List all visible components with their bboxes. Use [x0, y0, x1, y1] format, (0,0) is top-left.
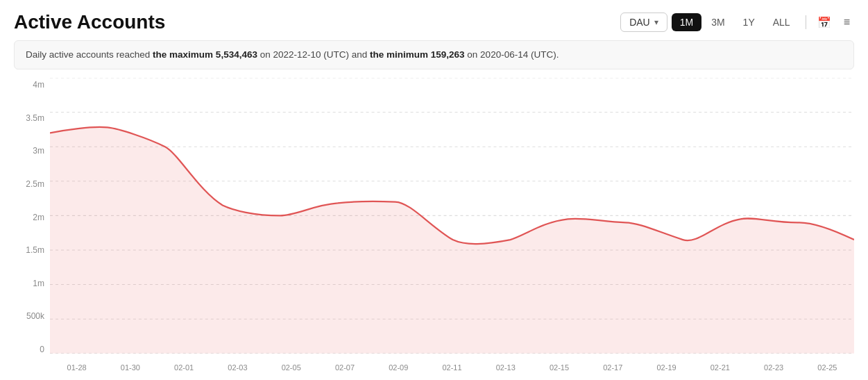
- x-label-0203: 02-03: [211, 363, 264, 372]
- y-label-500k: 500k: [14, 312, 50, 320]
- time-buttons: 1M 3M 1Y ALL: [672, 13, 799, 31]
- y-label-3m: 3m: [14, 147, 50, 155]
- chart-svg: [50, 78, 854, 354]
- x-label-0219: 02-19: [640, 363, 693, 372]
- x-label-0223: 02-23: [747, 363, 800, 372]
- time-btn-3m[interactable]: 3M: [703, 13, 733, 31]
- x-label-0201: 02-01: [158, 363, 211, 372]
- chevron-down-icon: ▾: [654, 17, 658, 27]
- x-label-0130: 01-30: [103, 363, 157, 372]
- vertical-divider: [806, 15, 806, 29]
- summary-text-mid: on 2022-12-10 (UTC) and: [257, 49, 370, 60]
- page-title: Active Accounts: [14, 11, 165, 33]
- y-axis: 0 500k 1m 1.5m 2m 2.5m 3m 3.5m 4m: [14, 78, 50, 373]
- time-btn-all[interactable]: ALL: [765, 13, 799, 31]
- header: Active Accounts DAU ▾ 1M 3M 1Y ALL 📅 ≡: [14, 11, 854, 33]
- menu-icon-button[interactable]: ≡: [840, 13, 854, 31]
- summary-text-after: on 2020-06-14 (UTC).: [465, 49, 559, 60]
- x-label-0128: 01-28: [50, 363, 103, 372]
- summary-max: the maximum 5,534,463: [153, 49, 257, 60]
- dau-label: DAU: [629, 17, 650, 28]
- x-label-0213: 02-13: [479, 363, 532, 372]
- x-label-0205: 02-05: [264, 363, 318, 372]
- summary-text-before: Daily active accounts reached: [26, 49, 153, 60]
- menu-icon: ≡: [844, 16, 850, 28]
- calendar-icon-button[interactable]: 📅: [813, 13, 835, 32]
- x-label-0211: 02-11: [425, 363, 479, 372]
- x-label-0215: 02-15: [532, 363, 586, 372]
- main-container: Active Accounts DAU ▾ 1M 3M 1Y ALL 📅 ≡ D…: [0, 0, 868, 380]
- x-label-0217: 02-17: [586, 363, 640, 372]
- y-label-2m: 2m: [14, 213, 50, 222]
- x-axis: 01-28 01-30 02-01 02-03 02-05 02-07 02-0…: [50, 354, 854, 373]
- summary-min: the minimum 159,263: [370, 49, 465, 60]
- y-label-3_5m: 3.5m: [14, 114, 50, 122]
- chart-inner: 01-28 01-30 02-01 02-03 02-05 02-07 02-0…: [50, 78, 854, 373]
- y-label-1_5m: 1.5m: [14, 246, 50, 254]
- time-btn-1m[interactable]: 1M: [672, 13, 701, 31]
- calendar-icon: 📅: [817, 17, 831, 28]
- time-btn-1y[interactable]: 1Y: [735, 13, 763, 31]
- y-label-2_5m: 2.5m: [14, 180, 50, 188]
- chart-plot: [50, 78, 854, 354]
- controls: DAU ▾ 1M 3M 1Y ALL 📅 ≡: [620, 13, 854, 32]
- dau-dropdown[interactable]: DAU ▾: [620, 13, 667, 32]
- x-label-0221: 02-21: [693, 363, 747, 372]
- y-label-0: 0: [14, 345, 50, 354]
- chart-area: 0 500k 1m 1.5m 2m 2.5m 3m 3.5m 4m: [14, 78, 854, 373]
- x-label-0225: 02-25: [801, 363, 854, 372]
- x-label-0207: 02-07: [318, 363, 371, 372]
- summary-bar: Daily active accounts reached the maximu…: [14, 40, 854, 69]
- x-label-0209: 02-09: [372, 363, 425, 372]
- y-label-1m: 1m: [14, 279, 50, 288]
- y-label-4m: 4m: [14, 81, 50, 89]
